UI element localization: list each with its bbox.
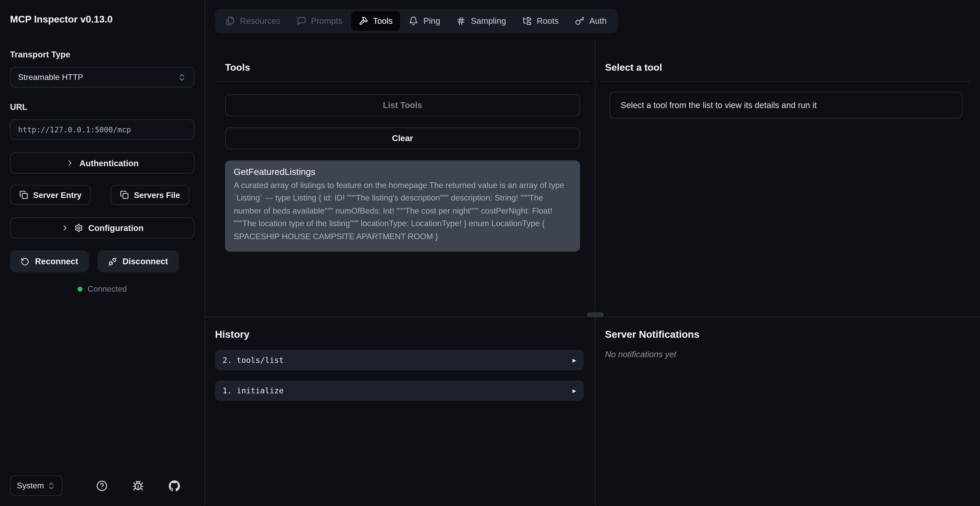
url-label: URL	[10, 102, 194, 112]
footer-icons	[96, 480, 180, 491]
tool-detail-panel: Select a tool Select a tool from the lis…	[600, 40, 970, 317]
tool-detail-title: Select a tool	[600, 40, 970, 82]
server-entry-button[interactable]: Server Entry	[10, 185, 91, 205]
hash-icon	[457, 16, 466, 25]
bug-report-button[interactable]	[132, 480, 144, 491]
tools-panel-title: Tools	[215, 40, 590, 82]
help-circle-icon	[96, 480, 108, 491]
history-list: 2. tools/list ▶ 1. initialize ▶	[215, 350, 590, 401]
app-title: MCP Inspector v0.13.0	[10, 14, 194, 25]
folder-tree-icon	[522, 16, 532, 25]
authentication-toggle[interactable]: Authentication	[10, 152, 194, 174]
configuration-toggle[interactable]: Configuration	[10, 217, 194, 239]
help-button[interactable]	[96, 480, 108, 491]
list-tools-button[interactable]: List Tools	[225, 94, 580, 116]
tab-prompts[interactable]: Prompts	[289, 11, 350, 31]
tab-label: Auth	[589, 16, 607, 25]
tab-label: Prompts	[311, 16, 342, 25]
server-entry-label: Server Entry	[33, 190, 81, 200]
tab-ping[interactable]: Ping	[401, 11, 448, 31]
connected-dot	[78, 286, 83, 292]
servers-file-label: Servers File	[134, 190, 180, 200]
sidebar: MCP Inspector v0.13.0 Transport Type Str…	[0, 0, 205, 506]
history-item-label: 1. initialize	[223, 386, 284, 395]
url-input[interactable]	[10, 119, 194, 140]
theme-value: System	[17, 481, 44, 490]
copy-icon	[120, 190, 129, 199]
tool-name: GetFeaturedListings	[234, 167, 571, 177]
tab-bar: Resources Prompts Tools Ping Sampling Ro…	[215, 9, 617, 33]
disconnect-label: Disconnect	[123, 257, 168, 266]
app-root: MCP Inspector v0.13.0 Transport Type Str…	[0, 0, 980, 506]
top-panes: Tools List Tools Clear GetFeaturedListin…	[205, 40, 980, 317]
gear-icon	[75, 224, 83, 232]
transport-type-label: Transport Type	[10, 50, 194, 59]
chevron-right-icon	[66, 159, 75, 167]
tools-panel-body: List Tools Clear GetFeaturedListings A c…	[215, 82, 590, 251]
servers-file-button[interactable]: Servers File	[111, 185, 189, 205]
tab-roots[interactable]: Roots	[515, 11, 566, 31]
tool-description: A curated array of listings to feature o…	[234, 179, 571, 243]
reconnect-label: Reconnect	[35, 257, 78, 266]
connection-status-text: Connected	[88, 284, 127, 294]
bell-icon	[409, 16, 418, 25]
export-buttons-row: Server Entry Servers File	[10, 185, 194, 205]
connection-status: Connected	[10, 284, 194, 294]
transport-type-select[interactable]: Streamable HTTP	[10, 67, 194, 87]
bug-icon	[132, 480, 144, 491]
unplug-icon	[108, 257, 117, 266]
files-icon	[226, 16, 235, 25]
history-item[interactable]: 1. initialize ▶	[215, 380, 584, 401]
transport-type-value: Streamable HTTP	[18, 73, 83, 82]
expand-triangle-icon[interactable]: ▶	[573, 387, 576, 394]
tab-label: Sampling	[471, 16, 506, 25]
chevrons-up-down-icon	[178, 73, 186, 81]
authentication-label: Authentication	[80, 158, 138, 168]
tools-panel: Tools List Tools Clear GetFeaturedListin…	[215, 40, 590, 317]
connection-buttons-row: Reconnect Disconnect	[10, 251, 194, 272]
github-button[interactable]	[169, 480, 180, 491]
copy-icon	[19, 190, 28, 199]
history-title: History	[215, 329, 590, 340]
history-item[interactable]: 2. tools/list ▶	[215, 350, 584, 370]
sidebar-footer: System	[10, 475, 194, 496]
configuration-label: Configuration	[88, 223, 143, 233]
main-area: Resources Prompts Tools Ping Sampling Ro…	[205, 0, 980, 506]
tool-detail-placeholder: Select a tool from the list to view its …	[609, 92, 963, 119]
tool-list-item-selected[interactable]: GetFeaturedListings A curated array of l…	[225, 160, 580, 252]
bottom-panes: History 2. tools/list ▶ 1. initialize ▶ …	[205, 317, 980, 506]
clear-button[interactable]: Clear	[225, 127, 580, 149]
reconnect-button[interactable]: Reconnect	[10, 251, 89, 272]
tab-resources[interactable]: Resources	[218, 11, 288, 31]
notifications-empty-text: No notifications yet	[605, 350, 970, 359]
server-notifications-title: Server Notifications	[605, 329, 970, 340]
chevrons-up-down-icon	[47, 481, 56, 490]
tab-label: Resources	[240, 16, 280, 25]
server-notifications-panel: Server Notifications No notifications ye…	[605, 317, 970, 506]
history-panel: History 2. tools/list ▶ 1. initialize ▶	[215, 317, 590, 506]
theme-select[interactable]: System	[10, 475, 62, 496]
tab-auth[interactable]: Auth	[567, 11, 614, 31]
tab-sampling[interactable]: Sampling	[449, 11, 514, 31]
chevron-right-icon	[61, 224, 70, 232]
github-icon	[169, 480, 180, 491]
tab-tools[interactable]: Tools	[351, 11, 400, 31]
key-icon	[575, 16, 584, 25]
hammer-icon	[358, 16, 368, 25]
tab-label: Roots	[537, 16, 559, 25]
resize-handle[interactable]	[587, 312, 604, 317]
expand-triangle-icon[interactable]: ▶	[573, 357, 576, 363]
rotate-ccw-icon	[21, 257, 29, 266]
history-item-label: 2. tools/list	[223, 355, 284, 365]
disconnect-button[interactable]: Disconnect	[98, 251, 179, 272]
tab-label: Tools	[373, 16, 393, 25]
message-square-icon	[296, 16, 306, 25]
tab-label: Ping	[423, 16, 440, 25]
